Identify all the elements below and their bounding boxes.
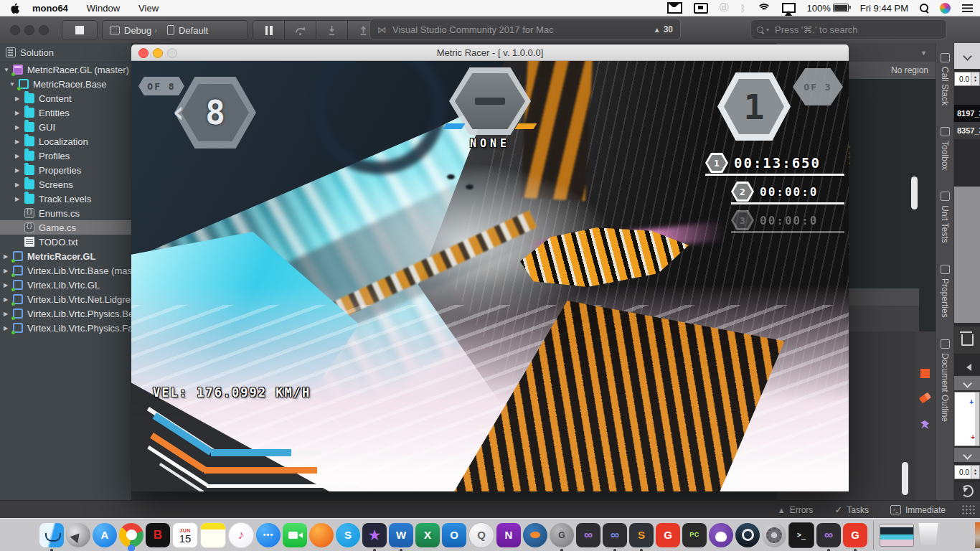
solution-tree-item-metricracer-base[interactable]: MetricRacer.Base (0, 77, 131, 91)
game-titlebar[interactable]: Metric Racer - [ v. 1.0.0.0] (131, 44, 849, 61)
monogame-2-monogame-2[interactable]: G (843, 523, 867, 547)
solution-tree-item-screens[interactable]: Screens (0, 177, 131, 192)
solution-tree-item-enums-cs[interactable]: Enums.cs (0, 206, 131, 220)
solution-tree-item-entities[interactable]: Entities (0, 105, 131, 120)
tool-tab-toolbox[interactable]: Toolbox (940, 127, 950, 170)
disclosure-arrow-icon[interactable] (15, 153, 24, 159)
mail-icon[interactable] (667, 2, 682, 14)
terminal-terminal[interactable]: >_ (788, 522, 814, 548)
messages-messages[interactable]: ••• (256, 523, 281, 547)
launchpad-launchpad[interactable] (66, 523, 90, 547)
pin-icon[interactable] (920, 420, 929, 429)
github-github[interactable] (709, 523, 733, 547)
errors-button[interactable]: ▲Errors (778, 505, 814, 515)
solution-tree-item-profiles[interactable]: Profiles (0, 149, 131, 163)
reset-button[interactable] (954, 482, 980, 500)
solution-tree-item-virtex-lib-vrtc-gl[interactable]: Virtex.Lib.Vrtc.GL (0, 278, 131, 292)
gimp-gimp[interactable]: G (550, 523, 574, 547)
configuration-selector[interactable]: Debug › Default (102, 20, 248, 40)
panel-scroll-track[interactable] (954, 187, 980, 323)
itunes-itunes[interactable]: ♪ (228, 522, 254, 548)
solution-tree-item-game-cs[interactable]: Game.cs (0, 220, 131, 235)
disclosure-arrow-icon[interactable] (15, 95, 24, 102)
disclosure-arrow-icon[interactable] (15, 138, 24, 145)
quicktime-quicktime[interactable]: Q (468, 522, 494, 548)
immediate-button[interactable]: ›_Immediate (890, 505, 946, 515)
trash-trash[interactable] (916, 523, 941, 547)
disclosure-arrow-icon[interactable] (4, 268, 13, 274)
solution-tree-item-virtex-lib-vrtc-physics-farse[interactable]: Virtex.Lib.Vrtc.Physics.Farse (0, 321, 131, 335)
window-thumbnail-window-thumbnail[interactable] (880, 524, 914, 547)
back-button[interactable] (954, 360, 980, 375)
disclosure-arrow-icon[interactable] (15, 196, 24, 202)
calendar-calendar[interactable]: JUN 15 (172, 522, 198, 548)
chevron-down-icon[interactable]: ▼ (920, 50, 927, 57)
apple-menu-icon[interactable] (10, 3, 19, 14)
solution-tree-item-metricracer-gl-master[interactable]: MetricRacer.GL (master) (0, 62, 131, 77)
sublime-text-sublime-text[interactable]: S (629, 523, 654, 547)
menu-item-view[interactable]: View (138, 3, 159, 14)
warning-count[interactable]: ▲ 30 (654, 24, 673, 34)
pycharm-pycharm[interactable]: PC (682, 523, 707, 547)
wifi-icon[interactable] (758, 2, 771, 14)
tool-tab-properties[interactable]: Properties (940, 265, 950, 318)
disclosure-arrow-icon[interactable] (9, 81, 19, 88)
outlook-outlook[interactable]: O (442, 523, 466, 547)
resize-grip[interactable] (961, 504, 976, 516)
vs-minimize-button[interactable] (24, 25, 34, 35)
separator-separator[interactable] (873, 521, 874, 550)
collapse-bar[interactable] (954, 448, 980, 462)
disclosure-arrow-icon[interactable] (15, 182, 24, 188)
breakpoint-icon[interactable] (920, 369, 930, 378)
panel-scroll-top[interactable] (954, 43, 980, 69)
duet-icon[interactable]: ⓓ (720, 2, 729, 14)
skype-skype[interactable]: S (336, 523, 360, 547)
visual-studio-visual-studio[interactable]: ∞ (576, 523, 600, 547)
menubar-clock[interactable]: Fri 9:44 PM (860, 3, 908, 14)
disclosure-arrow-icon[interactable] (15, 124, 24, 131)
pause-button[interactable] (253, 21, 284, 39)
pad-scrollbar-thumb[interactable] (902, 462, 908, 495)
tool-tab-unit-tests[interactable]: Unit Tests (940, 192, 950, 242)
delete-button[interactable] (954, 326, 980, 354)
minimize-button[interactable] (153, 48, 163, 58)
preview-pane[interactable]: + + (954, 392, 980, 446)
displays-icon[interactable] (694, 2, 708, 14)
excel-excel[interactable]: X (415, 523, 440, 547)
vs-search-field[interactable]: ▾ (750, 19, 947, 39)
finder-finder[interactable] (39, 523, 64, 547)
tool-tab-document-outline[interactable]: Document Outline (940, 339, 950, 422)
vs-code-vs-code[interactable]: ∞ (603, 523, 627, 547)
siri-icon[interactable] (940, 2, 951, 14)
fl-studio-fl-studio[interactable] (309, 523, 334, 547)
dock-edge-item[interactable] (975, 522, 980, 548)
vs-close-button[interactable] (10, 25, 20, 35)
bluetooth-icon[interactable]: ᛒ (740, 2, 746, 14)
disclosure-arrow-icon[interactable] (15, 110, 24, 116)
battery-indicator[interactable]: 100% (807, 3, 849, 14)
collapse-bar[interactable] (954, 376, 980, 390)
solution-tree-item-track-levels[interactable]: Track Levels (0, 192, 131, 206)
solution-tree-item-gui[interactable]: GUI (0, 120, 131, 134)
solution-tree-item-virtex-lib-vrtc-net-lidgren-g[interactable]: Virtex.Lib.Vrtc.Net.Lidgren.G (0, 292, 131, 306)
list-item-8197-3[interactable]: 8197_3 (954, 105, 980, 122)
disclosure-arrow-icon[interactable] (4, 311, 13, 317)
bitdefender-bitdefender[interactable]: B (146, 523, 170, 547)
step-into-button[interactable] (316, 21, 347, 39)
zoom-button[interactable] (167, 48, 177, 58)
disclosure-arrow-icon[interactable] (15, 167, 24, 174)
steam-steam[interactable] (735, 523, 760, 547)
solution-tree-item-todo-txt[interactable]: TODO.txt (0, 235, 131, 249)
disclosure-arrow-icon[interactable] (4, 282, 13, 288)
tool-tab-call-stack[interactable]: Call Stack (940, 53, 950, 105)
solution-tree-item-virtex-lib-vrtc-base-master[interactable]: Virtex.Lib.Vrtc.Base (master) (0, 263, 131, 278)
vs-zoom-button[interactable] (39, 25, 49, 35)
monogame-monogame[interactable]: G (656, 523, 680, 547)
spotlight-search-icon[interactable] (920, 2, 928, 14)
system-preferences-system-preferences[interactable] (762, 523, 786, 547)
blender-blender[interactable] (523, 523, 547, 547)
preview-scrollbar[interactable] (975, 392, 979, 446)
app-store-app-store[interactable]: A (93, 523, 117, 547)
disclosure-arrow-icon[interactable] (4, 67, 13, 73)
tasks-button[interactable]: ✓Tasks (834, 504, 869, 515)
